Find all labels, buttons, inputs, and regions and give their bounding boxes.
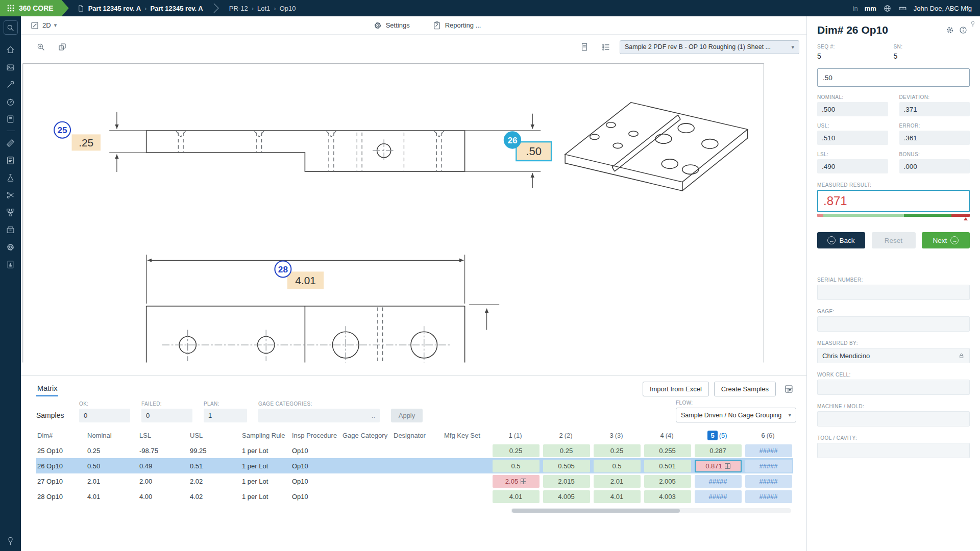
unit-mm-toggle[interactable]: mm (865, 5, 876, 12)
globe-icon[interactable] (883, 4, 892, 13)
breadcrumb-op[interactable]: Op10 (280, 5, 296, 12)
dim-25-value[interactable]: .25 (79, 137, 93, 148)
matrix-cell-mfg (443, 473, 490, 489)
user-name[interactable]: John Doe, ABC Mfg (914, 5, 972, 12)
tool-cavity-input[interactable] (822, 447, 965, 455)
dim-28-value[interactable]: 4.01 (295, 274, 316, 286)
work-cell-input[interactable] (822, 384, 965, 391)
create-samples-button[interactable]: Create Samples (714, 382, 776, 396)
gauge-icon[interactable] (3, 94, 18, 109)
inspection-plan-icon[interactable] (3, 153, 18, 168)
apply-button[interactable]: Apply (391, 409, 423, 422)
dim-26-value[interactable]: .50 (526, 145, 542, 158)
settings-button[interactable]: Settings (373, 21, 410, 30)
breadcrumb-lot[interactable]: Lot1 (257, 5, 270, 12)
back-button[interactable]: ← Back (817, 232, 865, 248)
workflow-icon[interactable] (3, 205, 18, 220)
box-icon[interactable] (3, 222, 18, 237)
sample-cell[interactable]: ##### (745, 490, 792, 503)
sample-cell[interactable]: 0.25 (543, 444, 590, 457)
sample-cell[interactable]: 0.5 (493, 460, 540, 472)
matrix-row[interactable]: 25 Op100.25-98.7599.251 per LotOp100.250… (36, 443, 793, 458)
sample-cell[interactable]: 0.25 (493, 444, 540, 457)
sample-cell[interactable]: 0.255 (644, 444, 691, 457)
gage-categories-input[interactable]: .. (258, 409, 380, 422)
sample-cell[interactable]: 0.287 (695, 444, 742, 457)
search-icon[interactable] (4, 20, 18, 35)
breadcrumb-separator: › (274, 5, 276, 12)
view-mode-dropdown[interactable]: 2D ▾ (30, 21, 57, 30)
serial-number-input[interactable] (822, 289, 965, 296)
matrix-row[interactable]: 28 Op104.014.004.021 per LotOp104.014.00… (36, 489, 793, 504)
wrench-icon[interactable] (3, 77, 18, 92)
machine-mold-input[interactable] (822, 415, 965, 423)
dimension-value-input[interactable] (817, 68, 970, 87)
sample-cell[interactable]: 0.871 (695, 460, 742, 472)
sample-column-1[interactable]: 1(1) (490, 428, 541, 443)
technical-drawing[interactable]: .25 25 .50 26 (21, 59, 806, 375)
scissors-icon[interactable] (3, 187, 18, 203)
sample-column-6[interactable]: 6(6) (743, 428, 793, 443)
sample-cell[interactable]: 4.01 (594, 490, 641, 503)
sample-cell[interactable]: 4.003 (644, 490, 691, 503)
home-icon[interactable] (3, 42, 18, 57)
flow-select[interactable]: Sample Driven / No Gage Grouping ▾ (676, 408, 796, 422)
flask-icon[interactable] (3, 170, 18, 185)
zoom-in-icon[interactable] (33, 39, 48, 55)
col-gage-category: Gage Category (341, 428, 393, 443)
gage-categories-label: GAGE CATEGORIES: (258, 401, 380, 407)
sample-cell[interactable]: 2.015 (543, 475, 590, 488)
gage-categories-more[interactable]: .. (372, 412, 375, 419)
sample-cell[interactable]: 0.501 (644, 460, 691, 472)
page-view-icon[interactable] (577, 39, 592, 55)
pin-icon[interactable] (969, 20, 976, 28)
next-button[interactable]: Next → (922, 232, 970, 248)
breadcrumb-pr[interactable]: PR-12 (229, 5, 248, 12)
measured-by-input[interactable] (822, 352, 958, 360)
matrix-row[interactable]: 26 Op100.500.490.511 per LotOp100.50.505… (36, 458, 793, 473)
sample-column-3[interactable]: 3(3) (591, 428, 642, 443)
sample-cell[interactable]: 2.005 (644, 475, 691, 488)
sheet-selector[interactable]: Sample 2 PDF rev B - OP 10 Roughing (1) … (620, 40, 799, 54)
book-icon[interactable] (3, 111, 18, 127)
sample-cell[interactable]: ##### (745, 460, 792, 472)
ruler-icon[interactable] (3, 135, 18, 151)
sample-cell[interactable]: 2.01 (594, 475, 641, 488)
breadcrumb-part-b[interactable]: Part 12345 rev. A (150, 5, 203, 12)
reporting-button[interactable]: Reporting ... (432, 21, 481, 30)
tab-matrix[interactable]: Matrix (36, 381, 58, 396)
measured-result-input[interactable]: .871 (817, 190, 970, 212)
pin-icon[interactable] (6, 536, 15, 546)
panel-gear-icon[interactable] (943, 23, 957, 37)
unit-in-toggle[interactable]: in (853, 5, 858, 12)
sample-cell[interactable]: ##### (695, 475, 742, 488)
sample-column-5[interactable]: 5(5) (692, 428, 743, 443)
sample-cell[interactable]: 0.5 (594, 460, 641, 472)
sample-cell[interactable]: ##### (745, 475, 792, 488)
matrix-row[interactable]: 27 Op102.012.002.021 per LotOp102.052.01… (36, 473, 793, 489)
breadcrumb-part-a[interactable]: Part 12345 rev. A (88, 5, 141, 12)
sample-cell[interactable]: 0.505 (543, 460, 590, 472)
sample-column-2[interactable]: 2(2) (541, 428, 591, 443)
expand-matrix-icon[interactable] (781, 381, 796, 396)
reset-button[interactable]: Reset (872, 232, 916, 248)
import-from-excel-button[interactable]: Import from Excel (643, 382, 709, 396)
matrix-horizontal-scrollbar[interactable] (511, 508, 791, 513)
scrollbar-thumb[interactable] (512, 509, 680, 513)
sample-cell[interactable]: 4.005 (543, 490, 590, 503)
sample-cell[interactable]: ##### (745, 444, 792, 457)
sample-column-4[interactable]: 4(4) (642, 428, 692, 443)
panel-info-icon[interactable] (957, 23, 970, 37)
image-icon[interactable] (3, 59, 18, 74)
gage-input[interactable] (822, 320, 965, 328)
app-logo[interactable]: 360 CORE (0, 0, 69, 16)
gear-tools-icon[interactable] (3, 239, 18, 255)
measure-icon[interactable] (898, 4, 907, 13)
list-view-icon[interactable] (598, 39, 614, 55)
sample-cell[interactable]: 4.01 (493, 490, 540, 503)
sample-cell[interactable]: 2.05 (493, 475, 540, 488)
report-icon[interactable] (3, 257, 18, 272)
layers-icon[interactable] (55, 39, 70, 55)
sample-cell[interactable]: ##### (695, 490, 742, 503)
sample-cell[interactable]: 0.25 (594, 444, 641, 457)
